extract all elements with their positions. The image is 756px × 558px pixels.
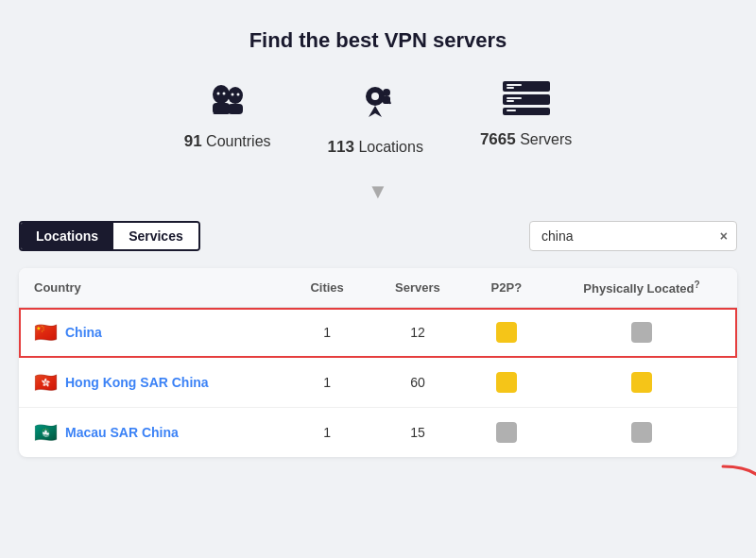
table-header-row: Country Cities Servers P2P? Physically L… [19,268,737,308]
flag-icon: 🇲🇴 [34,421,58,444]
stats-row: 91 Countries 113 Locations [19,79,737,157]
results-table: Country Cities Servers P2P? Physically L… [19,268,737,457]
svg-point-9 [371,93,379,100]
cell-servers: 12 [369,308,467,358]
svg-rect-18 [507,97,522,99]
svg-point-10 [383,89,390,96]
countries-icon [203,79,252,125]
cell-country: 🇭🇰Hong Kong SAR China [19,358,285,408]
physically-located-badge [631,422,652,443]
table-wrapper-outer: Country Cities Servers P2P? Physically L… [19,268,737,457]
country-name-text[interactable]: China [65,325,102,340]
cell-p2p [467,408,546,458]
stat-servers: 7665 Servers [480,79,572,157]
col-servers: Servers [369,268,467,308]
cell-physically-located [546,358,737,408]
chevron-down-icon: ▼ [19,179,737,204]
table-row[interactable]: 🇲🇴Macau SAR China115 [19,408,737,458]
controls-row: Locations Services × [19,221,737,251]
cell-physically-located [546,408,737,458]
cell-servers: 15 [369,408,467,458]
cell-servers: 60 [369,358,467,408]
servers-label: 7665 Servers [480,130,572,149]
cell-country: 🇨🇳China [19,308,285,358]
svg-rect-21 [507,100,514,102]
country-name-text[interactable]: Macau SAR China [65,425,179,440]
svg-point-7 [236,93,239,96]
search-clear-button[interactable]: × [720,228,728,244]
country-name-text[interactable]: Hong Kong SAR China [65,375,209,390]
tab-locations[interactable]: Locations [21,223,113,249]
search-wrapper[interactable]: × [529,221,737,251]
col-physically-located: Physically Located? [546,268,737,308]
cell-cities: 1 [285,408,369,458]
p2p-badge [496,322,517,343]
svg-point-5 [222,93,225,95]
annotation-arrow [713,457,756,514]
locations-label: 113 Locations [328,138,423,157]
servers-icon [501,79,552,123]
cell-cities: 1 [285,358,369,408]
svg-rect-17 [507,84,522,86]
cell-country: 🇲🇴Macau SAR China [19,408,285,458]
physically-located-badge [631,322,652,343]
svg-rect-14 [503,81,550,92]
locations-icon [352,79,398,130]
table-row[interactable]: 🇨🇳China112 [19,308,737,358]
p2p-badge [496,422,517,443]
col-country: Country [19,268,285,308]
stat-locations: 113 Locations [328,79,423,157]
svg-rect-20 [507,87,514,89]
flag-icon: 🇨🇳 [34,321,58,344]
svg-rect-3 [228,104,243,114]
countries-label: 91 Countries [184,132,271,151]
col-p2p: P2P? [467,268,546,308]
table-row[interactable]: 🇭🇰Hong Kong SAR China160 [19,358,737,408]
page-title: Find the best VPN servers [19,28,737,53]
tab-group[interactable]: Locations Services [19,221,200,251]
svg-point-4 [216,93,219,95]
cell-physically-located [546,308,737,358]
svg-point-2 [228,87,243,104]
search-input[interactable] [529,221,737,251]
svg-rect-15 [503,94,550,105]
stat-countries: 91 Countries [184,79,271,157]
cell-cities: 1 [285,308,369,358]
p2p-badge [496,372,517,393]
flag-icon: 🇭🇰 [34,371,58,394]
cell-p2p [467,308,546,358]
physically-located-badge [631,372,652,393]
cell-p2p [467,358,546,408]
svg-point-6 [231,93,233,96]
svg-point-0 [213,85,230,104]
tab-services[interactable]: Services [113,223,198,249]
svg-rect-19 [507,110,516,111]
col-cities: Cities [285,268,369,308]
